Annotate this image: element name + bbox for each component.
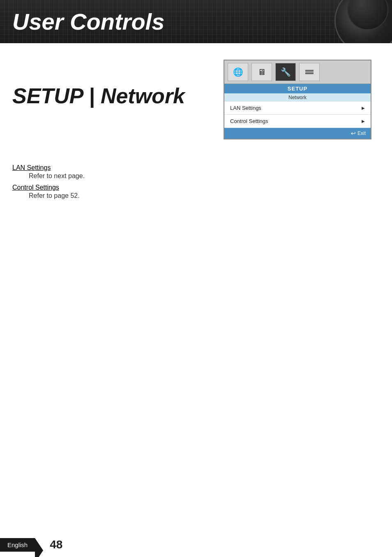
settings-icon xyxy=(305,70,314,74)
control-settings-link[interactable]: Control Settings xyxy=(12,184,59,191)
osd-menu: 🌐 🖥 🔧 SETUP xyxy=(224,60,371,139)
lens-outer xyxy=(334,0,392,43)
osd-setup-bar: SETUP xyxy=(224,84,371,93)
desc-lan-settings: LAN Settings Refer to next page. xyxy=(12,164,380,180)
osd-menu-item-lan-label: LAN Settings xyxy=(230,105,261,111)
osd-icon-settings[interactable] xyxy=(299,63,320,81)
exit-icon: ↩ xyxy=(351,130,356,137)
page-title: User Controls xyxy=(12,8,164,35)
language-badge: English xyxy=(0,538,35,552)
osd-icon-globe[interactable]: 🌐 xyxy=(228,63,248,81)
lens-inner xyxy=(347,0,388,30)
wrench-icon: 🔧 xyxy=(281,67,291,77)
desc-control-settings: Control Settings Refer to page 52. xyxy=(12,184,380,200)
osd-network-bar: Network xyxy=(224,93,371,102)
osd-network-label: Network xyxy=(288,95,307,100)
osd-arrow-control: ▶ xyxy=(362,119,365,123)
page-number: 48 xyxy=(50,538,62,551)
osd-icons-row: 🌐 🖥 🔧 xyxy=(224,60,371,84)
setup-network-title: SETUP | Network xyxy=(12,84,224,108)
screen-icon: 🖥 xyxy=(258,67,266,77)
language-label: English xyxy=(7,541,28,548)
left-section: SETUP | Network xyxy=(12,60,224,139)
lan-settings-link[interactable]: LAN Settings xyxy=(12,164,51,171)
osd-exit-row[interactable]: ↩ Exit xyxy=(224,128,371,139)
osd-exit-label: Exit xyxy=(357,130,366,136)
lan-settings-desc: Refer to next page. xyxy=(12,172,380,180)
osd-icon-screen[interactable]: 🖥 xyxy=(251,63,272,81)
osd-icon-wrench[interactable]: 🔧 xyxy=(275,63,296,81)
osd-setup-label: SETUP xyxy=(288,86,307,92)
control-settings-desc: Refer to page 52. xyxy=(12,192,380,200)
osd-arrow-lan: ▶ xyxy=(362,106,365,110)
header: User Controls xyxy=(0,0,392,43)
main-content: SETUP | Network 🌐 🖥 🔧 xyxy=(0,43,392,139)
osd-menu-item-control-label: Control Settings xyxy=(230,118,268,124)
osd-menu-container: 🌐 🖥 🔧 SETUP xyxy=(224,60,380,139)
globe-icon: 🌐 xyxy=(233,67,243,77)
lens-decoration xyxy=(326,0,392,43)
description-section: LAN Settings Refer to next page. Control… xyxy=(0,139,392,200)
osd-menu-item-lan[interactable]: LAN Settings ▶ xyxy=(224,102,371,115)
footer: English 48 xyxy=(0,532,392,557)
osd-menu-item-control[interactable]: Control Settings ▶ xyxy=(224,115,371,128)
